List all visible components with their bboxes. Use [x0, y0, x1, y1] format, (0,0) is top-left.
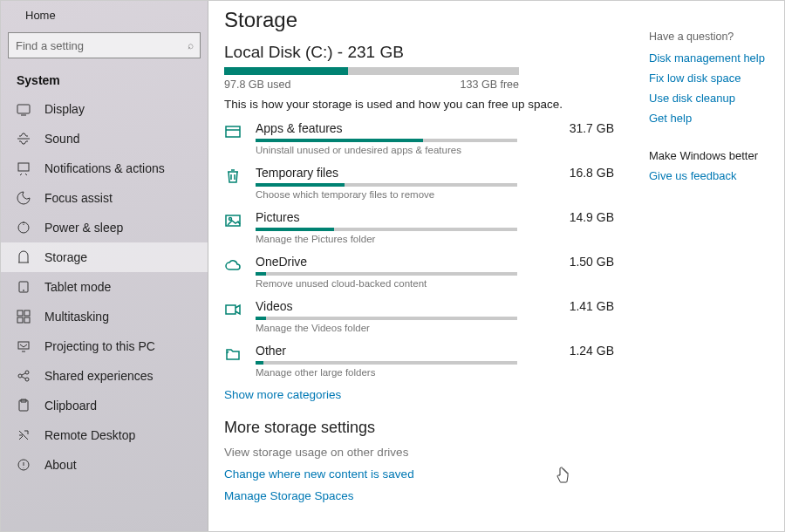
- svg-point-12: [25, 378, 29, 381]
- svg-rect-9: [18, 342, 29, 349]
- category-size: 14.9 GB: [570, 210, 614, 224]
- category-name: Temporary files: [256, 166, 338, 180]
- content: Storage Local Disk (C:) - 231 GB 97.8 GB…: [208, 1, 649, 531]
- nav-icon: [17, 458, 31, 472]
- nav-icon: [17, 221, 31, 235]
- sidebar-item-tablet-mode[interactable]: Tablet mode: [1, 272, 208, 302]
- storage-category-temporary-files[interactable]: Temporary files16.8 GBChoose which tempo…: [224, 166, 614, 200]
- category-desc: Manage the Videos folder: [256, 323, 614, 333]
- picture-icon: [224, 212, 242, 229]
- sidebar-item-shared-experiences[interactable]: Shared experiences: [1, 361, 208, 391]
- more-link-change-where-new-content-is-saved[interactable]: Change where new content is saved: [224, 467, 614, 481]
- page-title: Storage: [224, 8, 614, 32]
- nav-label: Display: [44, 102, 85, 116]
- sidebar-item-display[interactable]: Display: [1, 94, 208, 124]
- search-icon: ⌕: [186, 39, 200, 51]
- folder-icon: [224, 345, 242, 363]
- home-label: Home: [25, 9, 56, 22]
- category-desc: Manage the Pictures folder: [256, 234, 614, 244]
- storage-category-onedrive[interactable]: OneDrive1.50 GBRemove unused cloud-backe…: [224, 255, 614, 289]
- sidebar-item-focus-assist[interactable]: Focus assist: [1, 183, 208, 213]
- more-link-manage-storage-spaces[interactable]: Manage Storage Spaces: [224, 489, 614, 502]
- sidebar-item-sound[interactable]: Sound: [1, 124, 208, 153]
- more-storage-settings-title: More storage settings: [224, 419, 614, 437]
- category-desc: Remove unused cloud-backed content: [256, 278, 614, 289]
- disk-usage-fill: [224, 67, 348, 75]
- storage-category-pictures[interactable]: Pictures14.9 GBManage the Pictures folde…: [224, 210, 614, 244]
- category-size: 1.50 GB: [570, 255, 614, 269]
- nav-label: Multitasking: [44, 310, 109, 324]
- nav-label: Sound: [44, 132, 79, 146]
- disk-title: Local Disk (C:) - 231 GB: [224, 43, 614, 62]
- svg-rect-8: [24, 317, 30, 323]
- svg-rect-7: [17, 317, 23, 323]
- category-bar: [256, 317, 517, 320]
- nav-label: Tablet mode: [44, 280, 111, 294]
- nav-icon: [17, 399, 31, 413]
- help-link-fix-low-disk-space[interactable]: Fix low disk space: [649, 72, 774, 85]
- svg-rect-6: [24, 310, 30, 316]
- nav-icon: [17, 102, 31, 116]
- disk-used-label: 97.8 GB used: [224, 78, 290, 91]
- have-a-question: Have a question?: [649, 31, 774, 43]
- storage-intro: This is how your storage is used and how…: [224, 98, 614, 111]
- help-link-disk-management-help[interactable]: Disk management help: [649, 51, 774, 65]
- sidebar-item-projecting-to-this-pc[interactable]: Projecting to this PC: [1, 331, 208, 361]
- svg-point-11: [25, 371, 29, 374]
- search-input[interactable]: [9, 35, 186, 57]
- category-bar: [256, 361, 517, 365]
- more-link-view-storage-usage-on-other-drives[interactable]: View storage usage on other drives: [224, 446, 614, 459]
- sidebar-item-power-sleep[interactable]: Power & sleep: [1, 213, 208, 242]
- search-settings-box[interactable]: ⌕: [8, 32, 201, 58]
- category-size: 31.7 GB: [570, 121, 614, 135]
- disk-free-label: 133 GB free: [461, 78, 519, 91]
- sidebar-item-clipboard[interactable]: Clipboard: [1, 391, 208, 420]
- nav-icon: [17, 339, 31, 353]
- feedback-link[interactable]: Give us feedback: [649, 169, 774, 182]
- disk-usage-bar: [224, 67, 519, 75]
- category-name: Pictures: [256, 210, 300, 224]
- right-pane: Have a question? Disk management helpFix…: [649, 1, 784, 531]
- nav-icon: [17, 310, 31, 324]
- nav-label: About: [44, 458, 77, 472]
- storage-category-apps-features[interactable]: Apps & features31.7 GBUninstall unused o…: [224, 121, 614, 155]
- svg-point-2: [18, 222, 29, 233]
- sidebar-item-multitasking[interactable]: Multitasking: [1, 302, 208, 331]
- category-bar: [256, 139, 517, 142]
- storage-category-videos[interactable]: Videos1.41 GBManage the Videos folder: [224, 299, 614, 333]
- nav-list: DisplaySoundNotifications & actionsFocus…: [1, 94, 208, 531]
- section-label: System: [1, 65, 208, 94]
- trash-icon: [224, 167, 242, 185]
- cloud-icon: [224, 256, 242, 274]
- svg-rect-15: [226, 126, 240, 137]
- category-desc: Choose which temporary files to remove: [256, 189, 614, 200]
- main: Storage Local Disk (C:) - 231 GB 97.8 GB…: [208, 1, 784, 531]
- sidebar-item-about[interactable]: About: [1, 450, 208, 480]
- help-link-use-disk-cleanup[interactable]: Use disk cleanup: [649, 92, 774, 105]
- nav-label: Projecting to this PC: [44, 339, 155, 353]
- category-desc: Manage other large folders: [256, 367, 614, 378]
- svg-point-10: [18, 374, 22, 378]
- category-size: 1.41 GB: [570, 299, 614, 313]
- nav-label: Clipboard: [44, 399, 97, 413]
- category-name: OneDrive: [256, 255, 307, 269]
- category-bar: [256, 228, 517, 231]
- sidebar-item-notifications-actions[interactable]: Notifications & actions: [1, 153, 208, 183]
- category-bar: [256, 183, 517, 187]
- nav-label: Notifications & actions: [44, 161, 165, 175]
- nav-icon: [17, 161, 31, 175]
- nav-icon: [17, 250, 31, 264]
- window-icon: [224, 123, 242, 140]
- sidebar-item-remote-desktop[interactable]: Remote Desktop: [1, 420, 208, 450]
- storage-category-other[interactable]: Other1.24 GBManage other large folders: [224, 344, 614, 378]
- nav-icon: [17, 369, 31, 383]
- home-button[interactable]: Home: [1, 1, 208, 27]
- make-windows-better: Make Windows better: [649, 149, 774, 162]
- category-name: Videos: [256, 299, 293, 313]
- nav-icon: [17, 428, 31, 442]
- show-more-categories-link[interactable]: Show more categories: [224, 388, 614, 401]
- category-bar: [256, 272, 517, 276]
- sidebar-item-storage[interactable]: Storage: [1, 242, 208, 272]
- nav-icon: [17, 280, 31, 294]
- help-link-get-help[interactable]: Get help: [649, 112, 774, 125]
